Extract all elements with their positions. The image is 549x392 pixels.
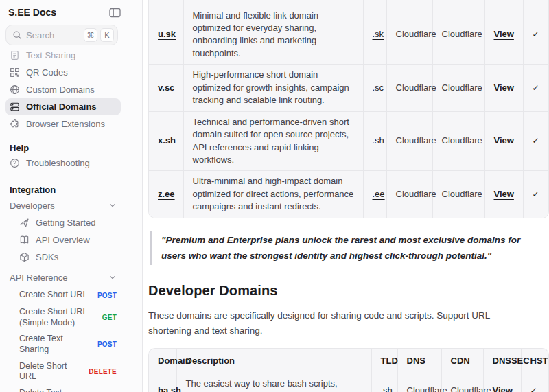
premium-quote: "Premium and Enterprise plans unlock the… [150,231,549,265]
tld-link[interactable]: .sh [381,385,393,392]
domain-description: Minimal and flexible link domain optimiz… [183,5,363,65]
dnssec-view-link[interactable]: View [493,385,513,392]
dns-value: Cloudflare [386,5,432,65]
document-icon [10,50,20,60]
api-item-label: Create Short URL [19,287,87,303]
sidebar-item-label: QR Codes [26,67,68,78]
server-stack-icon [10,102,20,112]
tld-link[interactable]: .ee [373,189,385,199]
sidebar-header: S.EE Docs [8,5,121,19]
cdn-value: Cloudflare [441,373,483,392]
sidebar-item-qr-codes[interactable]: QR Codes [5,64,121,81]
cmd-keycap: ⌘ [84,28,97,42]
dns-value: Cloudflare [386,65,432,111]
cube-icon [19,252,30,262]
sidebar-item-label: Official Domains [26,102,97,112]
developers-group-toggle[interactable]: Developers [5,196,121,214]
rocket-icon [19,218,30,228]
col-header-dns: DNS [397,349,441,373]
col-header-domain: Domain [149,349,176,373]
hsts-checkmark: ✓ [530,386,537,392]
globe-icon [10,84,20,95]
dnssec-view-link[interactable]: View [494,29,514,39]
sidebar-item-label: Troubleshooting [26,158,90,168]
sidebar-item-custom-domains[interactable]: Custom Domains [5,81,121,98]
dnssec-view-link[interactable]: View [494,135,514,146]
domain-description: Technical and performance-driven short d… [183,111,363,171]
table-row-partial [149,0,549,5]
sidebar-item-sdks[interactable]: SDKs [15,249,130,266]
app-title: S.EE Docs [8,7,56,18]
domain-link[interactable]: u.sk [158,29,176,39]
dnssec-view-link[interactable]: View [494,189,514,199]
sidebar-item-create-short-url-simple[interactable]: Create Short URL (Simple Mode) GET [5,304,121,331]
cdn-value: Cloudflare [432,5,484,65]
col-header-cdn: CDN [441,349,483,373]
table-row: ba.sh The easiest way to share bash scri… [149,373,549,392]
help-section-heading: Help [5,141,121,154]
cdn-value: Cloudflare [432,171,484,218]
dnssec-view-link[interactable]: View [494,82,514,93]
domain-description: High-performance short domain optimized … [183,65,363,111]
official-domains-table: u.sk Minimal and flexible link domain op… [148,0,549,218]
method-badge: POST [97,292,117,299]
sidebar-item-troubleshooting[interactable]: Troubleshooting [5,154,121,172]
domain-link[interactable]: v.sc [158,82,174,93]
integration-section-heading: Integration [5,183,121,196]
sidebar-item-create-text-sharing[interactable]: Create Text Sharing POST [5,331,121,358]
developer-domains-intro: These domains are specifically designed … [148,308,533,338]
api-item-label: Create Short URL (Simple Mode) [19,304,97,331]
domain-link[interactable]: x.sh [158,135,176,146]
sidebar-item-delete-text-sharing[interactable]: Delete Text Sharing DELETE [5,385,121,392]
api-reference-group-toggle[interactable]: API Reference [5,268,121,286]
sidebar-item-create-short-url[interactable]: Create Short URL POST [5,286,121,304]
group-label: Developers [10,200,55,211]
table-row: u.sk Minimal and flexible link domain op… [149,5,549,65]
help-circle-icon [10,158,20,168]
api-item-label: Delete Text Sharing [19,385,83,392]
book-icon [19,235,30,245]
table-row: x.sh Technical and performance-driven sh… [149,111,549,171]
domain-link[interactable]: z.ee [158,189,175,199]
sidebar-item-label: Text Sharing [26,50,75,60]
sidebar-nav: Text Sharing QR Codes Custom Domains [5,47,121,132]
sidebar-item-delete-short-url[interactable]: Delete Short URL DELETE [5,358,121,385]
domain-description: Ultra-minimal and high-impact domain opt… [183,171,363,218]
search-input[interactable] [26,30,80,41]
sidebar-item-getting-started[interactable]: Getting Started [15,214,130,231]
sidebar-item-label: Custom Domains [26,84,95,95]
dns-value: Cloudflare [397,373,441,392]
col-header-dnssec: DNSSEC [483,349,521,373]
search-shortcut: ⌘ K [84,28,114,42]
chevron-down-icon [108,201,117,209]
chevron-down-icon [108,273,117,281]
group-label: API Reference [10,273,68,283]
tld-link[interactable]: .sk [373,29,384,39]
tld-link[interactable]: .sh [373,135,384,146]
search-box[interactable]: ⌘ K [5,25,118,45]
sidebar-item-label: Getting Started [36,218,95,228]
sidebar-item-api-overview[interactable]: API Overview [15,231,130,249]
cdn-value: Cloudflare [432,111,484,171]
sidebar-item-label: SDKs [36,252,58,262]
table-header-row: Domain Description TLD DNS CDN DNSSEC HS… [149,349,549,373]
sidebar-item-official-domains[interactable]: Official Domains [5,98,121,115]
tld-link[interactable]: .sc [373,82,384,93]
sidebar-item-text-sharing[interactable]: Text Sharing [5,47,121,64]
dns-value: Cloudflare [386,111,432,171]
col-header-description: Description [176,349,371,373]
sidebar-toggle-icon[interactable] [109,8,121,18]
sidebar-item-label: API Overview [36,235,90,245]
hsts-checkmark: ✓ [533,83,539,93]
puzzle-icon [10,119,20,129]
hsts-checkmark: ✓ [533,30,539,39]
method-badge: GET [102,314,117,321]
developer-domains-heading: Developer Domains [148,283,549,299]
api-item-label: Delete Short URL [19,358,83,385]
k-keycap: K [100,28,114,42]
table-row: v.sc High-performance short domain optim… [149,65,549,111]
domain-link[interactable]: ba.sh [158,385,181,392]
search-icon [12,30,22,40]
sidebar-item-browser-extensions[interactable]: Browser Extensions [5,115,121,132]
method-badge: DELETE [89,368,117,376]
